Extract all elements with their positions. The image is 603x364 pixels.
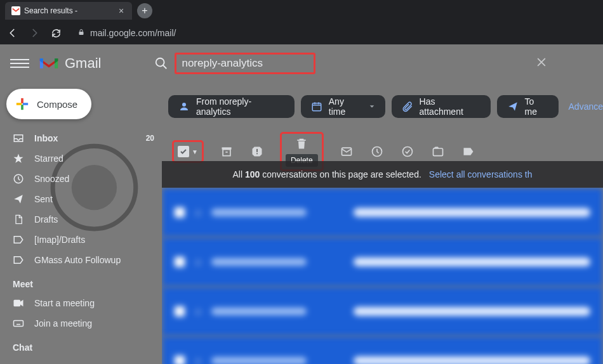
address-bar: mail.google.com/mail/ bbox=[0, 22, 603, 44]
sidebar-item-sent[interactable]: Sent bbox=[6, 189, 162, 209]
svg-rect-21 bbox=[433, 148, 442, 156]
join-meeting[interactable]: Join a meeting bbox=[6, 313, 162, 334]
chip-anytime[interactable]: Any time bbox=[301, 95, 385, 118]
snooze-button[interactable] bbox=[369, 144, 385, 159]
label-icon bbox=[13, 234, 24, 245]
select-all-checkbox[interactable]: ▼ bbox=[172, 140, 204, 163]
plus-icon bbox=[15, 97, 29, 111]
calendar-icon bbox=[311, 101, 322, 112]
close-tab-icon[interactable]: × bbox=[117, 6, 126, 15]
mark-unread-button[interactable] bbox=[339, 144, 354, 159]
chip-label: To me bbox=[525, 96, 548, 117]
attachment-icon bbox=[402, 101, 413, 112]
svg-point-20 bbox=[402, 147, 412, 157]
reload-button[interactable] bbox=[50, 27, 62, 39]
archive-button[interactable] bbox=[219, 144, 234, 159]
search-chips: From noreply-analytics Any time Has atta… bbox=[168, 95, 603, 118]
banner-text: All 100 conversations on this page are s… bbox=[233, 169, 421, 179]
file-icon bbox=[13, 214, 24, 225]
browser-tab[interactable]: Search results - × bbox=[5, 2, 132, 20]
chip-attachment[interactable]: Has attachment bbox=[392, 95, 491, 118]
compose-label: Compose bbox=[37, 99, 77, 110]
sidebar-label: Inbox bbox=[34, 133, 58, 143]
search-icon[interactable] bbox=[154, 56, 168, 70]
sidebar-item-imap-drafts[interactable]: [Imap]/Drafts bbox=[6, 230, 162, 250]
main-menu-button[interactable] bbox=[10, 54, 29, 73]
browser-tab-strip: Search results - × + bbox=[0, 0, 603, 22]
back-button[interactable] bbox=[6, 27, 19, 39]
report-spam-button[interactable] bbox=[249, 144, 265, 159]
sidebar-item-snoozed[interactable]: Snoozed bbox=[6, 169, 162, 189]
chat-section-label: Chat bbox=[6, 334, 162, 356]
sidebar-item-inbox[interactable]: Inbox 20 bbox=[6, 128, 162, 148]
svg-rect-16 bbox=[256, 149, 258, 152]
new-tab-button[interactable]: + bbox=[137, 3, 152, 18]
clear-search-icon[interactable] bbox=[535, 56, 548, 72]
svg-rect-15 bbox=[223, 150, 230, 156]
advanced-search-link[interactable]: Advance bbox=[569, 101, 603, 112]
lock-icon bbox=[77, 29, 85, 38]
row-checkbox[interactable] bbox=[175, 306, 185, 316]
inbox-icon bbox=[13, 133, 24, 144]
star-icon[interactable]: ☆ bbox=[194, 256, 202, 268]
email-row[interactable]: ☆ bbox=[162, 336, 603, 364]
chevron-down-icon[interactable]: ▼ bbox=[192, 148, 198, 155]
forward-button[interactable] bbox=[28, 27, 41, 39]
add-to-tasks-button[interactable] bbox=[400, 144, 415, 159]
url-box[interactable]: mail.google.com/mail/ bbox=[71, 24, 597, 42]
email-list: ☆ ☆ ☆ ☆ ☆ bbox=[162, 188, 603, 364]
email-row[interactable]: ☆ bbox=[162, 287, 603, 336]
sender-text bbox=[211, 308, 307, 315]
chevron-down-icon bbox=[369, 103, 375, 110]
meet-section-label: Meet bbox=[6, 270, 162, 293]
sidebar-label: Starred bbox=[34, 153, 63, 164]
email-row[interactable]: ☆ bbox=[162, 188, 603, 237]
svg-point-4 bbox=[156, 58, 164, 67]
person-icon bbox=[178, 101, 190, 112]
email-row[interactable]: ☆ bbox=[162, 237, 603, 287]
star-icon bbox=[13, 153, 24, 164]
start-meeting[interactable]: Start a meeting bbox=[6, 293, 162, 313]
labels-button[interactable] bbox=[461, 144, 476, 159]
gmail-app: Gmail Compose bbox=[0, 44, 603, 364]
gmail-brand[interactable]: Gmail bbox=[38, 55, 101, 72]
move-to-button[interactable] bbox=[430, 144, 446, 159]
gmail-logo-icon bbox=[38, 55, 60, 72]
svg-rect-11 bbox=[14, 321, 23, 327]
row-checkbox[interactable] bbox=[175, 207, 185, 218]
star-icon[interactable]: ☆ bbox=[194, 306, 202, 318]
send-icon bbox=[13, 193, 24, 205]
clock-icon bbox=[13, 173, 24, 185]
sidebar-item-starred[interactable]: Starred bbox=[6, 148, 162, 169]
svg-rect-17 bbox=[256, 153, 258, 155]
sidebar: Compose Inbox 20 Starred Snoozed Sent bbox=[0, 82, 162, 356]
row-checkbox[interactable] bbox=[175, 257, 185, 267]
sidebar-item-gmass[interactable]: GMass Auto Followup bbox=[6, 250, 162, 270]
send-icon bbox=[507, 101, 519, 112]
star-icon[interactable]: ☆ bbox=[194, 355, 202, 365]
search-input[interactable] bbox=[182, 57, 308, 70]
chip-tome[interactable]: To me bbox=[497, 95, 559, 118]
meet-item-label: Join a meeting bbox=[34, 318, 92, 328]
gmail-favicon bbox=[11, 6, 20, 15]
search-bar bbox=[154, 53, 548, 74]
svg-rect-13 bbox=[312, 103, 321, 111]
star-icon[interactable]: ☆ bbox=[194, 207, 202, 219]
gmail-header: Gmail bbox=[0, 44, 603, 82]
chip-label: From noreply-analytics bbox=[196, 96, 284, 117]
compose-button[interactable]: Compose bbox=[6, 89, 91, 119]
sidebar-nav: Inbox 20 Starred Snoozed Sent Drafts bbox=[6, 128, 162, 270]
select-all-conversations-link[interactable]: Select all conversations th bbox=[429, 169, 533, 179]
sidebar-label: GMass Auto Followup bbox=[34, 255, 121, 265]
row-checkbox[interactable] bbox=[175, 356, 185, 364]
subject-text bbox=[354, 208, 590, 217]
chip-from[interactable]: From noreply-analytics bbox=[168, 95, 295, 118]
tab-title: Search results - bbox=[24, 6, 77, 15]
svg-rect-1 bbox=[79, 32, 84, 35]
sidebar-item-drafts[interactable]: Drafts bbox=[6, 209, 162, 230]
svg-point-12 bbox=[182, 103, 186, 107]
sender-text bbox=[211, 209, 307, 216]
meet-item-label: Start a meeting bbox=[34, 298, 95, 308]
sidebar-label: [Imap]/Drafts bbox=[34, 235, 85, 245]
delete-button[interactable] bbox=[294, 136, 309, 152]
